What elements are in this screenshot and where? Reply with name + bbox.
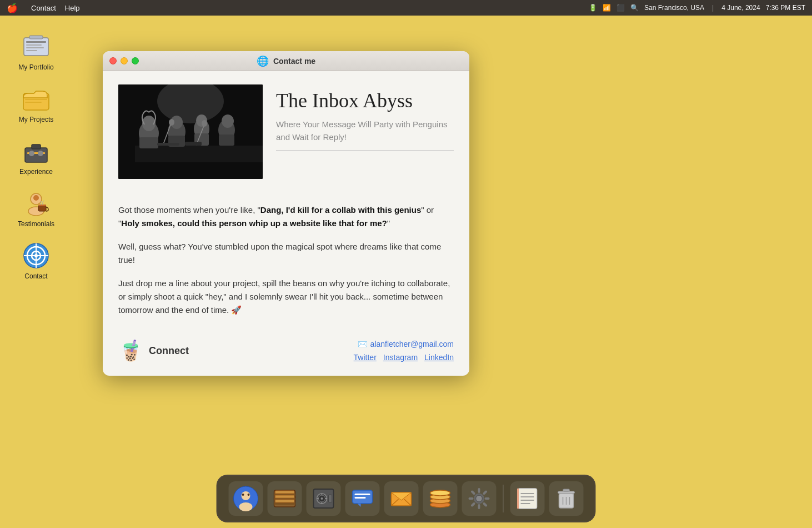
sidebar-item-portfolio[interactable]: My Portfolio — [11, 28, 61, 76]
svg-rect-1 — [29, 36, 43, 39]
dock-item-files[interactable] — [268, 481, 302, 516]
portfolio-icon — [22, 32, 51, 61]
dock-item-trash[interactable] — [549, 481, 584, 516]
svg-rect-17 — [38, 206, 46, 211]
dock-item-messages[interactable] — [345, 481, 380, 516]
contact-window: 🌐 Contact me — [103, 51, 469, 376]
svg-point-51 — [248, 494, 250, 496]
body-paragraph-2: Well, guess what? You've stumbled upon t… — [118, 240, 454, 267]
svg-point-12 — [29, 151, 34, 156]
testimonials-icon — [22, 189, 51, 218]
experience-label: Experience — [19, 168, 53, 176]
portfolio-label: My Portfolio — [18, 63, 53, 71]
header-text: The Inbox Abyss Where Your Message Will … — [276, 84, 454, 151]
svg-rect-97 — [558, 491, 575, 494]
email-address: alanfletcher@gmail.com — [370, 340, 454, 348]
svg-point-80 — [476, 495, 483, 502]
date: 4 June, 2024 — [721, 4, 760, 12]
connect-icon: 🧋 — [118, 339, 143, 362]
window-minimize-button[interactable] — [121, 57, 128, 64]
svg-point-44 — [202, 120, 207, 127]
svg-line-85 — [472, 492, 474, 494]
desktop-icons: My Portfolio My Projects Experience — [11, 28, 61, 285]
window-maximize-button[interactable] — [132, 57, 139, 64]
dock-item-notes[interactable] — [510, 481, 545, 516]
separator: | — [712, 4, 714, 12]
header-divider — [276, 150, 454, 151]
display-icon: ⬛ — [616, 4, 625, 12]
inbox-subtitle: Where Your Message Will Party with Pengu… — [276, 118, 454, 143]
dock-separator — [503, 485, 504, 512]
svg-rect-0 — [24, 38, 48, 56]
svg-rect-58 — [275, 500, 294, 502]
window-controls — [109, 57, 139, 64]
email-link[interactable]: ✉️ alanfletcher@gmail.com — [358, 340, 454, 348]
dock-item-layers[interactable] — [423, 481, 458, 516]
body-paragraph-3: Just drop me a line about your project, … — [118, 277, 454, 317]
window-title-icon: 🌐 — [257, 55, 269, 67]
svg-line-87 — [484, 492, 487, 494]
svg-rect-7 — [25, 99, 47, 100]
svg-rect-5 — [26, 50, 37, 51]
apple-icon[interactable]: 🍎 — [7, 3, 18, 13]
menubar-left: 🍎 Contact Help — [7, 3, 80, 13]
svg-rect-55 — [274, 502, 295, 505]
experience-icon — [22, 137, 51, 166]
location: San Francisco, USA — [644, 4, 704, 12]
menubar: 🍎 Contact Help 🔋 📶 ⬛ 🔍 San Francisco, US… — [0, 0, 812, 16]
svg-rect-10 — [32, 145, 41, 149]
connect-section: 🧋 Connect — [118, 339, 189, 362]
social-links: Twitter Instagram LinkedIn — [354, 353, 454, 362]
svg-line-86 — [484, 504, 487, 506]
contact-label: Contact — [24, 272, 47, 280]
twitter-link[interactable]: Twitter — [354, 353, 377, 362]
projects-label: My Projects — [19, 116, 54, 123]
wifi-icon: 📶 — [603, 4, 611, 12]
svg-rect-4 — [26, 47, 44, 48]
inbox-title: The Inbox Abyss — [276, 89, 454, 113]
svg-rect-2 — [26, 41, 46, 43]
svg-point-79 — [430, 490, 450, 496]
dock-item-safe[interactable] — [307, 481, 341, 516]
dock-item-mail[interactable] — [384, 481, 419, 516]
svg-point-39 — [222, 114, 234, 128]
svg-point-13 — [38, 151, 43, 156]
dock — [217, 475, 596, 522]
contact-icon — [22, 241, 51, 270]
testimonials-label: Testimonials — [18, 220, 54, 228]
window-content: The Inbox Abyss Where Your Message Will … — [103, 71, 469, 376]
menubar-right: 🔋 📶 ⬛ 🔍 San Francisco, USA | 4 June, 202… — [589, 4, 805, 12]
bold-text-2: Holy smokes, could this person whip up a… — [121, 218, 387, 228]
dock-item-avatar[interactable] — [229, 481, 263, 516]
content-header: The Inbox Abyss Where Your Message Will … — [118, 84, 454, 190]
sidebar-item-projects[interactable]: My Projects — [11, 80, 61, 128]
email-icon: ✉️ — [358, 340, 367, 348]
sidebar-item-contact[interactable]: Contact — [11, 237, 61, 285]
svg-rect-8 — [25, 102, 42, 103]
svg-rect-45 — [157, 143, 179, 146]
sidebar-item-experience[interactable]: Experience — [11, 132, 61, 180]
svg-point-49 — [239, 502, 253, 511]
window-footer: 🧋 Connect ✉️ alanfletcher@gmail.com Twit… — [118, 330, 454, 362]
svg-point-62 — [321, 497, 323, 500]
svg-point-15 — [33, 195, 39, 201]
menubar-item-help[interactable]: Help — [65, 4, 80, 12]
window-close-button[interactable] — [109, 57, 117, 64]
menubar-item-contact[interactable]: Contact — [31, 4, 56, 12]
sidebar-item-testimonials[interactable]: Testimonials — [11, 185, 61, 232]
window-title-text: Contact me — [273, 57, 315, 66]
instagram-link[interactable]: Instagram — [383, 353, 418, 362]
svg-point-48 — [242, 491, 250, 500]
svg-rect-3 — [26, 44, 42, 46]
svg-rect-98 — [563, 489, 570, 491]
projects-icon — [22, 84, 51, 113]
search-icon[interactable]: 🔍 — [630, 4, 639, 12]
window-titlebar: 🌐 Contact me — [103, 51, 469, 71]
svg-rect-46 — [185, 142, 202, 146]
battery-icon: 🔋 — [589, 4, 597, 12]
dock-item-settings[interactable] — [462, 481, 497, 516]
linkedin-link[interactable]: LinkedIn — [424, 353, 454, 362]
header-photo — [118, 84, 263, 179]
svg-rect-31 — [139, 137, 158, 148]
svg-rect-90 — [518, 489, 537, 509]
